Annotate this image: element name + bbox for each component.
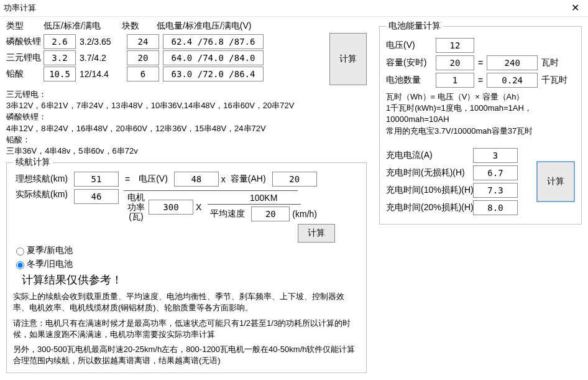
volt-label: 电压(V) — [139, 174, 168, 185]
e-qty-input[interactable] — [436, 73, 474, 88]
cell-voltstr-input[interactable] — [163, 50, 264, 65]
cell-blocks-input[interactable] — [127, 67, 159, 81]
charge-time10-output[interactable] — [473, 183, 518, 198]
radio-winter[interactable]: 冬季/旧电池 — [13, 259, 73, 270]
kwh-unit: 千瓦时 — [541, 75, 567, 86]
actual-range-label: 实际续航(km) — [16, 189, 71, 200]
calc-energy-button[interactable]: 计算 — [536, 161, 575, 202]
cell-volt-low-input[interactable] — [44, 50, 76, 65]
charge-current-label: 充电电流(A) — [386, 150, 473, 161]
motor-power-label: 电机 功率 (瓦) — [127, 193, 145, 221]
charge-time0-output[interactable] — [473, 165, 518, 180]
energy-legend: 电池能量计算 — [386, 21, 443, 32]
motor-power-input[interactable] — [149, 200, 193, 215]
cap-label: 容量(AH) — [231, 174, 266, 185]
charge-time10-label: 充电时间(10%损耗)(H) — [386, 185, 473, 196]
e-cap-label: 容量(安时) — [386, 57, 436, 68]
series-notes: 三元锂电： 3串12V，6串21V，7串24V，13串48V，10串36V,14… — [6, 89, 367, 157]
charge-time20-output[interactable] — [473, 200, 518, 215]
avg-speed-label: 平均速度 — [210, 208, 245, 220]
close-icon[interactable]: ✕ — [566, 0, 584, 16]
e-cap-input[interactable] — [436, 55, 474, 70]
avg-speed-input[interactable] — [251, 206, 290, 221]
ideal-range-input[interactable] — [74, 172, 119, 187]
table-row: 磷酸铁锂 3.2/3.65 — [6, 34, 326, 49]
table-row: 铅酸 12/14.4 — [6, 67, 326, 81]
charge-time20-label: 充电时间(20%损耗)(H) — [386, 202, 473, 213]
range-legend: 续航计算 — [13, 157, 53, 168]
fraction-line — [124, 190, 298, 192]
charge-current-input[interactable] — [473, 148, 518, 163]
per-100km-label: 100KM — [208, 193, 319, 203]
energy-group: 电池能量计算 电压(V) 容量(安时) = 瓦时 电池数量 = 千瓦时 瓦时（W — [379, 21, 582, 225]
calc-range-button[interactable]: 计算 — [298, 224, 335, 243]
charge-time0-label: 充电时间(无损耗)(H) — [386, 167, 473, 178]
calc-top-button[interactable]: 计算 — [329, 33, 367, 85]
cell-blocks-input[interactable] — [127, 50, 159, 65]
cell-voltstr-input[interactable] — [163, 67, 264, 81]
energy-info: 瓦时（Wh）= 电压（V）× 容量（Ah） 1千瓦时(kWh)=1度电，1000… — [386, 91, 575, 137]
cell-volt-low-input[interactable] — [44, 67, 76, 81]
cell-voltstr-input[interactable] — [163, 34, 264, 49]
table-row: 三元锂电 3.7/4.2 — [6, 50, 326, 65]
cell-blocks-input[interactable] — [127, 34, 159, 49]
cell-volt-low-input[interactable] — [44, 34, 76, 49]
radio-summer[interactable]: 夏季/新电池 — [13, 245, 73, 256]
cap-input[interactable] — [272, 172, 317, 187]
range-note-1: 实际上的续航会收到载重质量、平均速度、电池均衡性、季节、刹车频率、上下坡、控制器… — [13, 291, 360, 313]
result-hint: 计算结果仅供参考！ — [22, 272, 360, 287]
ideal-range-label: 理想续航(km) — [16, 174, 71, 185]
range-note-2: 请注意：电机只有在满速时候才是最高功率，低速状态可能只有1/2甚至1/3的功耗所… — [13, 318, 360, 340]
e-qty-label: 电池数量 — [386, 75, 436, 86]
actual-range-input[interactable] — [74, 189, 119, 204]
window-title: 功率计算 — [4, 0, 36, 16]
e-volt-label: 电压(V) — [386, 40, 436, 51]
e-wh-output[interactable] — [487, 55, 538, 70]
range-note-3: 另外，300-500瓦电机最高时速20-25km/h左右，800-1200瓦电机… — [13, 344, 360, 366]
grid-header: 类型 低压/标准/满电 块数 低电量/标准电压/满电(V) — [6, 21, 367, 32]
range-group: 续航计算 理想续航(km) = 电压(V) x 容量(AH) 实际续航(km) — [6, 157, 367, 373]
volt-input[interactable] — [174, 172, 219, 187]
e-kwh-output[interactable] — [487, 73, 538, 88]
wh-unit: 瓦时 — [541, 57, 559, 68]
e-volt-input[interactable] — [436, 38, 474, 53]
